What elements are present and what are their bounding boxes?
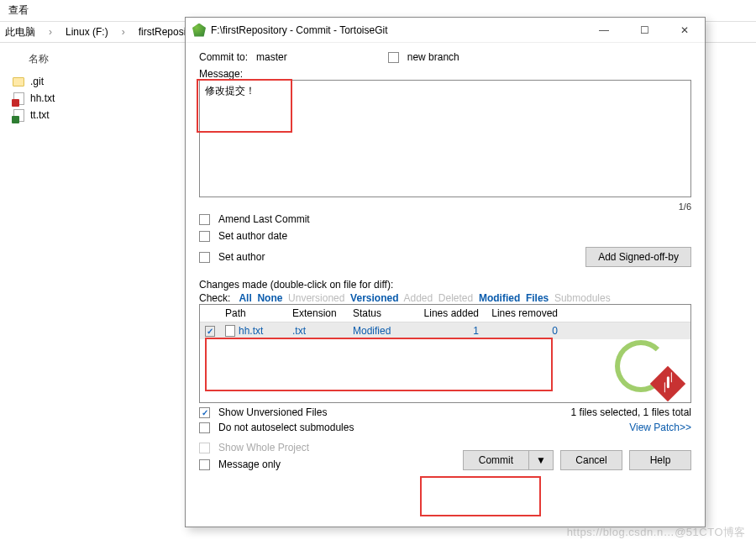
commit-button-group[interactable]: Commit ▼ [463, 450, 554, 470]
message-counter: 1/6 [199, 200, 691, 213]
amend-label: Amend Last Commit [218, 213, 310, 225]
th-extension[interactable]: Extension [287, 305, 348, 322]
message-only-label: Message only [218, 459, 281, 470]
th-path[interactable]: Path [220, 305, 287, 322]
help-button[interactable]: Help [629, 450, 691, 470]
close-button[interactable]: ✕ [664, 18, 705, 43]
table-row[interactable]: hh.txt .txt Modified 1 0 [200, 322, 690, 339]
filter-modified[interactable]: Modified [479, 292, 520, 304]
filter-files[interactable]: Files [526, 292, 549, 304]
cell-path: hh.txt [239, 325, 263, 337]
crumb-root[interactable]: 此电脑 [0, 22, 40, 43]
crumb-drive[interactable]: Linux (F:) [60, 23, 113, 41]
filter-submodules[interactable]: Submodules [554, 292, 611, 304]
filter-deleted[interactable]: Deleted [438, 292, 473, 304]
commit-dialog: F:\firstRepository - Commit - TortoiseGi… [185, 17, 706, 527]
branch-name: master [256, 51, 287, 63]
file-name: tt.txt [30, 109, 50, 121]
list-item[interactable]: tt.txt [12, 107, 173, 123]
view-patch-link[interactable]: View Patch>> [629, 422, 691, 433]
cancel-button[interactable]: Cancel [560, 450, 622, 470]
commit-to-label: Commit to: [199, 51, 248, 63]
file-modified-icon [12, 92, 25, 105]
filter-none[interactable]: None [257, 292, 282, 304]
cell-ext: .txt [287, 322, 348, 339]
th-lines-removed[interactable]: Lines removed [484, 305, 563, 322]
list-item[interactable]: .git [12, 73, 173, 90]
show-whole-label: Show Whole Project [218, 442, 309, 453]
check-label: Check: [199, 292, 230, 304]
th-status[interactable]: Status [348, 305, 412, 322]
commit-dropdown-caret[interactable]: ▼ [528, 451, 553, 469]
no-autoselect-label: Do not autoselect submodules [218, 422, 354, 433]
cell-added: 1 [412, 322, 484, 339]
file-icon [225, 325, 235, 337]
set-author-checkbox[interactable] [199, 252, 210, 263]
new-branch-checkbox[interactable] [388, 52, 399, 63]
changes-label: Changes made (double-click on file for d… [199, 279, 691, 291]
changes-table[interactable]: Path Extension Status Lines added Lines … [199, 304, 691, 403]
chevron-right-icon: › [49, 26, 52, 38]
status-summary: 1 files selected, 1 files total [571, 406, 691, 418]
file-list-pane: 名称 .git hh.txt tt.txt [0, 45, 185, 130]
filter-unversioned[interactable]: Unversioned [288, 292, 344, 304]
filter-all[interactable]: All [239, 292, 251, 304]
tortoisegit-icon [192, 24, 206, 37]
commit-button[interactable]: Commit [464, 451, 528, 469]
list-item[interactable]: hh.txt [12, 90, 173, 107]
cell-removed: 0 [484, 322, 563, 339]
add-signed-off-button[interactable]: Add Signed-off-by [585, 247, 691, 267]
amend-checkbox[interactable] [199, 214, 210, 225]
cell-status: Modified [348, 322, 412, 339]
show-whole-checkbox [199, 443, 210, 453]
titlebar[interactable]: F:\firstRepository - Commit - TortoiseGi… [186, 18, 705, 43]
file-name: hh.txt [30, 92, 55, 104]
message-label: Message: [199, 68, 691, 80]
set-date-label: Set author date [218, 230, 287, 242]
minimize-button[interactable]: — [584, 18, 624, 43]
filter-row: Check: All None Unversioned Versioned Ad… [199, 292, 691, 304]
set-author-label: Set author [218, 251, 265, 263]
file-added-icon [12, 108, 25, 122]
folder-icon [12, 75, 25, 88]
window-title: F:\firstRepository - Commit - TortoiseGi… [211, 24, 387, 36]
column-name-header[interactable]: 名称 [12, 52, 173, 66]
row-checkbox[interactable] [205, 326, 215, 337]
chevron-right-icon: › [122, 26, 125, 38]
message-only-checkbox[interactable] [199, 459, 210, 470]
show-unversioned-label: Show Unversioned Files [218, 406, 327, 418]
table-header: Path Extension Status Lines added Lines … [200, 305, 690, 322]
filter-versioned[interactable]: Versioned [350, 292, 398, 304]
th-lines-added[interactable]: Lines added [412, 305, 484, 322]
maximize-button[interactable]: ☐ [624, 18, 664, 43]
commit-message-input[interactable] [199, 80, 691, 197]
show-unversioned-checkbox[interactable] [199, 407, 210, 418]
set-date-checkbox[interactable] [199, 231, 210, 242]
new-branch-label: new branch [407, 51, 459, 63]
file-name: .git [30, 76, 44, 87]
filter-added[interactable]: Added [403, 292, 433, 304]
no-autoselect-checkbox[interactable] [199, 422, 210, 433]
